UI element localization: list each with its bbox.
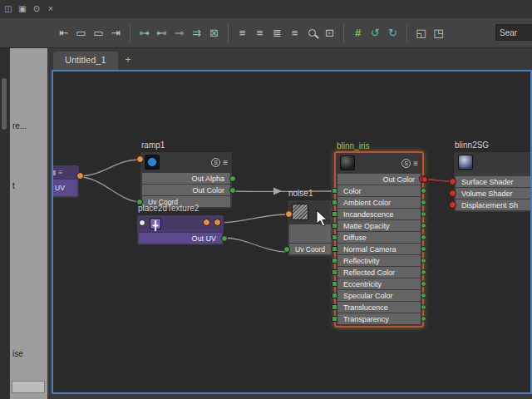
bookmark-create-icon[interactable]: ▭: [72, 24, 90, 42]
search-input[interactable]: [495, 24, 532, 41]
node-header[interactable]: [454, 152, 532, 172]
port-row-out-uv[interactable]: Out UV: [139, 233, 222, 244]
clear-graph-icon[interactable]: ⊠: [205, 24, 223, 42]
port-row-transparency[interactable]: Transparency: [337, 313, 421, 324]
node-place2dtexture1-partial[interactable]: ▦ ≡ UV: [52, 165, 80, 199]
tab-untitled-1[interactable]: Untitled_1: [53, 52, 118, 70]
texture-placement-icon: ▦: [52, 169, 57, 176]
port-row-incandescence[interactable]: Incandescence: [337, 209, 421, 219]
port-row-out-color[interactable]: Out Color: [142, 185, 230, 195]
port-row-surface-shader[interactable]: Surface Shader: [456, 176, 532, 187]
mouse-cursor: [316, 209, 329, 228]
node-noise1[interactable]: noise1 Uv Coord: [287, 200, 333, 257]
ramp-swatch-icon[interactable]: [145, 155, 160, 170]
align-left-icon[interactable]: ≡: [234, 24, 251, 42]
pin-icon[interactable]: ⊙: [32, 4, 42, 14]
placement-swatch-icon[interactable]: ╋: [150, 218, 161, 229]
port-label: UV: [55, 184, 65, 192]
bookmark-forward-icon[interactable]: ⇥: [107, 24, 125, 42]
node-ramp1[interactable]: ramp1 S S ≡ Out Alpha Out Color Uv Coord: [140, 151, 233, 209]
scrollbar-handle[interactable]: [2, 78, 7, 130]
bin-item[interactable]: re...: [12, 121, 27, 131]
port-row-out-alpha[interactable]: Out Alpha: [142, 173, 230, 184]
port-row-uv[interactable]: UV: [52, 180, 77, 196]
shading-group-swatch-icon[interactable]: [458, 155, 473, 170]
port-row-reflectivity[interactable]: Reflectivity: [337, 255, 421, 266]
close-icon[interactable]: ×: [46, 4, 56, 14]
port-row-matte-opacity[interactable]: Matte Opacity: [337, 220, 421, 231]
frame-graph-icon[interactable]: ⊡: [321, 24, 338, 42]
connector-port-orange[interactable]: [203, 219, 210, 226]
port-row-eccentricity[interactable]: Eccentricity: [337, 278, 421, 289]
node-title: blinn_iris: [337, 141, 369, 150]
distribute-icon[interactable]: ≣: [268, 24, 286, 42]
zoom-icon[interactable]: [303, 24, 321, 42]
node-header[interactable]: ╋: [137, 215, 224, 232]
restore-connections-icon[interactable]: ↺: [367, 24, 384, 42]
node-editor-canvas[interactable]: ▦ ≡ UV ramp1 S S ≡ Out Alpha Out Color U…: [52, 70, 532, 394]
connector-port-orange[interactable]: [285, 210, 293, 218]
window-icon[interactable]: ▣: [17, 4, 27, 14]
node-menu-icon[interactable]: ≡: [413, 159, 418, 168]
port-row-uv-coord[interactable]: Uv Coord: [289, 244, 331, 254]
node-title: place2dTexture2: [138, 204, 199, 213]
shader-badge-icon[interactable]: S: [401, 159, 411, 168]
port-label: Surface Shader: [461, 178, 514, 186]
align-right-icon[interactable]: ≡: [286, 24, 303, 42]
align-center-icon[interactable]: ≡: [251, 24, 268, 42]
grid-toggle-icon[interactable]: #: [349, 24, 367, 42]
bin-item[interactable]: ise: [12, 349, 23, 358]
connector-port-orange[interactable]: [136, 155, 144, 163]
port-row-translucence[interactable]: Translucence: [337, 302, 421, 313]
port-row-volume-shader[interactable]: Volume Shader: [456, 188, 532, 199]
input-connections-icon[interactable]: ⊶: [135, 24, 153, 42]
refresh-graph-icon[interactable]: ↻: [384, 24, 401, 42]
port-label: Incandescence: [343, 210, 394, 219]
connector-port-orange[interactable]: [76, 172, 84, 180]
node-header[interactable]: S S ≡: [140, 152, 232, 172]
connector-port-orange[interactable]: [214, 219, 221, 226]
port-label: Volume Shader: [461, 190, 513, 198]
node-menu-icon[interactable]: ≡: [223, 158, 228, 167]
node-header[interactable]: S ≡: [336, 153, 422, 173]
rearrange-graph-icon[interactable]: ⇉: [188, 24, 205, 42]
port-row-color[interactable]: Color: [337, 185, 421, 196]
port-row-reflected-color[interactable]: Reflected Color: [337, 267, 421, 278]
shader-badge-icon[interactable]: S: [211, 158, 220, 167]
port-row-out-color[interactable]: Out Color: [337, 174, 421, 185]
connector-port-red[interactable]: [421, 176, 428, 183]
toolbar-separator: [228, 24, 229, 42]
node-place2dtexture2[interactable]: place2dTexture2 ╋ Out UV: [136, 214, 224, 246]
output-connections-icon[interactable]: ⊷: [153, 24, 170, 42]
blinn-swatch-icon[interactable]: [340, 155, 355, 170]
port-label: Out Alpha: [191, 175, 224, 183]
sidebar-scrollbar[interactable]: [0, 48, 9, 399]
bin-item[interactable]: t: [12, 181, 15, 190]
connector-port-white[interactable]: [139, 219, 145, 226]
noise-swatch-icon[interactable]: [292, 204, 308, 220]
node-menu-icon[interactable]: ≡: [59, 169, 63, 176]
port-row-specular-color[interactable]: Specular Color: [337, 290, 421, 301]
tab-bar: Untitled_1 +: [47, 48, 532, 70]
node-title: blinn2SG: [455, 140, 489, 150]
node-blinn-iris[interactable]: blinn_iris S ≡ Out Color Color Ambient C…: [334, 151, 424, 328]
frame-all-icon[interactable]: ◱: [412, 24, 430, 42]
port-row-ambient-color[interactable]: Ambient Color: [337, 197, 421, 208]
bin-strip[interactable]: re... t ise: [10, 48, 47, 399]
port-label: Diffuse: [343, 234, 367, 242]
toolbar-separator: [130, 24, 131, 42]
port-row-diffuse[interactable]: Diffuse: [337, 232, 421, 243]
node-blinn2sg[interactable]: blinn2SG Surface Shader Volume Shader Di…: [453, 151, 532, 213]
port-row-displacement-shader[interactable]: Displacement Sh: [456, 200, 532, 210]
bookmark-back-icon[interactable]: ⇤: [55, 24, 72, 42]
port-label: Ambient Color: [343, 199, 391, 207]
bin-footer-box[interactable]: [12, 381, 45, 393]
add-tab-button[interactable]: +: [118, 52, 139, 70]
bookmark-panel-icon[interactable]: ▭: [90, 24, 107, 42]
port-label: Reflected Color: [343, 268, 395, 277]
port-row-normal-camera[interactable]: Normal Camera: [337, 244, 421, 254]
frame-selected-icon[interactable]: ◳: [430, 24, 447, 42]
panel-icon[interactable]: ◫: [3, 4, 13, 14]
all-connections-icon[interactable]: ⊸: [170, 24, 188, 42]
magnifier-glyph: [308, 29, 316, 37]
